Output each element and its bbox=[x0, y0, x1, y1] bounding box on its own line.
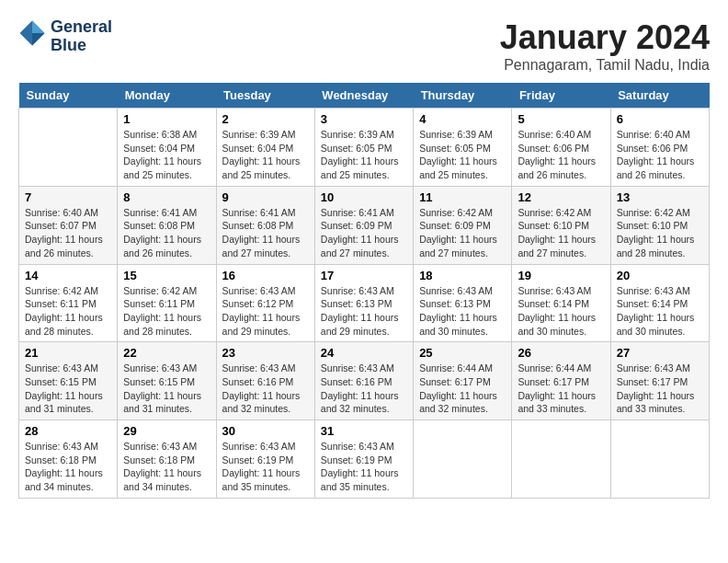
day-info: Sunrise: 6:43 AMSunset: 6:15 PMDaylight:… bbox=[25, 362, 111, 416]
calendar-cell: 17Sunrise: 6:43 AMSunset: 6:13 PMDayligh… bbox=[314, 264, 413, 342]
calendar-cell: 14Sunrise: 6:42 AMSunset: 6:11 PMDayligh… bbox=[19, 264, 118, 342]
day-number: 22 bbox=[123, 346, 210, 360]
day-number: 3 bbox=[321, 112, 407, 126]
logo-icon bbox=[18, 19, 46, 47]
day-number: 24 bbox=[321, 346, 407, 360]
day-info: Sunrise: 6:41 AMSunset: 6:08 PMDaylight:… bbox=[123, 206, 210, 260]
calendar-week-row: 1Sunrise: 6:38 AMSunset: 6:04 PMDaylight… bbox=[19, 109, 710, 187]
weekday-header-row: SundayMondayTuesdayWednesdayThursdayFrid… bbox=[19, 83, 710, 109]
day-number: 28 bbox=[25, 424, 111, 438]
calendar-cell: 21Sunrise: 6:43 AMSunset: 6:15 PMDayligh… bbox=[19, 342, 118, 420]
calendar-table: SundayMondayTuesdayWednesdayThursdayFrid… bbox=[18, 83, 710, 499]
day-info: Sunrise: 6:41 AMSunset: 6:08 PMDaylight:… bbox=[222, 206, 309, 260]
day-info: Sunrise: 6:39 AMSunset: 6:05 PMDaylight:… bbox=[321, 128, 407, 182]
day-number: 18 bbox=[419, 269, 506, 282]
day-number: 6 bbox=[617, 112, 703, 126]
calendar-cell: 24Sunrise: 6:43 AMSunset: 6:16 PMDayligh… bbox=[314, 342, 413, 420]
day-info: Sunrise: 6:40 AMSunset: 6:06 PMDaylight:… bbox=[617, 128, 703, 182]
day-number: 25 bbox=[419, 346, 506, 360]
weekday-header: Saturday bbox=[610, 83, 709, 109]
day-number: 20 bbox=[617, 269, 703, 282]
calendar-cell: 9Sunrise: 6:41 AMSunset: 6:08 PMDaylight… bbox=[216, 186, 314, 264]
day-info: Sunrise: 6:38 AMSunset: 6:04 PMDaylight:… bbox=[123, 128, 210, 182]
day-info: Sunrise: 6:42 AMSunset: 6:11 PMDaylight:… bbox=[25, 284, 111, 339]
svg-marker-1 bbox=[32, 20, 45, 33]
day-info: Sunrise: 6:44 AMSunset: 6:17 PMDaylight:… bbox=[518, 362, 604, 416]
weekday-header: Tuesday bbox=[216, 83, 314, 109]
day-number: 31 bbox=[321, 424, 407, 438]
day-info: Sunrise: 6:40 AMSunset: 6:06 PMDaylight:… bbox=[518, 128, 604, 182]
calendar-cell: 4Sunrise: 6:39 AMSunset: 6:05 PMDaylight… bbox=[414, 109, 512, 187]
day-info: Sunrise: 6:44 AMSunset: 6:17 PMDaylight:… bbox=[419, 362, 506, 416]
location-subtitle: Pennagaram, Tamil Nadu, India bbox=[500, 57, 710, 74]
calendar-cell: 20Sunrise: 6:43 AMSunset: 6:14 PMDayligh… bbox=[610, 264, 709, 342]
page-header: General Blue January 2024 Pennagaram, Ta… bbox=[18, 18, 710, 74]
logo-line2: Blue bbox=[51, 37, 112, 55]
day-info: Sunrise: 6:43 AMSunset: 6:18 PMDaylight:… bbox=[123, 440, 210, 494]
day-info: Sunrise: 6:43 AMSunset: 6:16 PMDaylight:… bbox=[222, 362, 309, 416]
day-number: 29 bbox=[123, 424, 210, 438]
calendar-cell: 30Sunrise: 6:43 AMSunset: 6:19 PMDayligh… bbox=[216, 420, 314, 499]
calendar-cell: 5Sunrise: 6:40 AMSunset: 6:06 PMDaylight… bbox=[512, 109, 610, 187]
day-number: 5 bbox=[518, 112, 604, 126]
calendar-cell: 28Sunrise: 6:43 AMSunset: 6:18 PMDayligh… bbox=[19, 420, 118, 499]
day-number: 13 bbox=[617, 190, 703, 204]
weekday-header: Monday bbox=[118, 83, 216, 109]
weekday-header: Thursday bbox=[414, 83, 512, 109]
day-number: 9 bbox=[222, 190, 309, 204]
day-info: Sunrise: 6:40 AMSunset: 6:07 PMDaylight:… bbox=[25, 206, 111, 260]
day-number: 1 bbox=[123, 112, 210, 126]
day-info: Sunrise: 6:43 AMSunset: 6:14 PMDaylight:… bbox=[518, 284, 604, 339]
calendar-cell: 7Sunrise: 6:40 AMSunset: 6:07 PMDaylight… bbox=[19, 186, 118, 264]
day-info: Sunrise: 6:43 AMSunset: 6:19 PMDaylight:… bbox=[321, 440, 407, 494]
calendar-cell: 18Sunrise: 6:43 AMSunset: 6:13 PMDayligh… bbox=[414, 264, 512, 342]
day-info: Sunrise: 6:39 AMSunset: 6:05 PMDaylight:… bbox=[419, 128, 506, 182]
day-number: 27 bbox=[617, 346, 703, 360]
logo: General Blue bbox=[18, 18, 112, 55]
calendar-cell: 25Sunrise: 6:44 AMSunset: 6:17 PMDayligh… bbox=[414, 342, 512, 420]
day-info: Sunrise: 6:43 AMSunset: 6:12 PMDaylight:… bbox=[222, 284, 309, 339]
calendar-cell: 2Sunrise: 6:39 AMSunset: 6:04 PMDaylight… bbox=[216, 109, 314, 187]
calendar-cell: 22Sunrise: 6:43 AMSunset: 6:15 PMDayligh… bbox=[118, 342, 216, 420]
day-number: 14 bbox=[25, 269, 111, 282]
day-number: 11 bbox=[419, 190, 506, 204]
title-section: January 2024 Pennagaram, Tamil Nadu, Ind… bbox=[500, 18, 710, 74]
calendar-cell: 1Sunrise: 6:38 AMSunset: 6:04 PMDaylight… bbox=[118, 109, 216, 187]
day-number: 17 bbox=[321, 269, 407, 282]
calendar-week-row: 14Sunrise: 6:42 AMSunset: 6:11 PMDayligh… bbox=[19, 264, 710, 342]
calendar-cell: 27Sunrise: 6:43 AMSunset: 6:17 PMDayligh… bbox=[610, 342, 709, 420]
calendar-cell: 13Sunrise: 6:42 AMSunset: 6:10 PMDayligh… bbox=[610, 186, 709, 264]
day-number: 30 bbox=[222, 424, 309, 438]
day-info: Sunrise: 6:43 AMSunset: 6:17 PMDaylight:… bbox=[617, 362, 703, 416]
day-info: Sunrise: 6:43 AMSunset: 6:13 PMDaylight:… bbox=[321, 284, 407, 339]
svg-marker-2 bbox=[32, 33, 45, 46]
calendar-cell: 10Sunrise: 6:41 AMSunset: 6:09 PMDayligh… bbox=[314, 186, 413, 264]
day-info: Sunrise: 6:43 AMSunset: 6:15 PMDaylight:… bbox=[123, 362, 210, 416]
calendar-week-row: 28Sunrise: 6:43 AMSunset: 6:18 PMDayligh… bbox=[19, 420, 710, 499]
day-info: Sunrise: 6:43 AMSunset: 6:16 PMDaylight:… bbox=[321, 362, 407, 416]
day-number: 8 bbox=[123, 190, 210, 204]
logo-text: General Blue bbox=[51, 18, 112, 55]
day-info: Sunrise: 6:43 AMSunset: 6:13 PMDaylight:… bbox=[419, 284, 506, 339]
month-title: January 2024 bbox=[500, 18, 710, 57]
calendar-cell: 12Sunrise: 6:42 AMSunset: 6:10 PMDayligh… bbox=[512, 186, 610, 264]
day-info: Sunrise: 6:43 AMSunset: 6:19 PMDaylight:… bbox=[222, 440, 309, 494]
calendar-cell: 3Sunrise: 6:39 AMSunset: 6:05 PMDaylight… bbox=[314, 109, 413, 187]
weekday-header: Sunday bbox=[19, 83, 118, 109]
calendar-cell bbox=[19, 109, 118, 187]
day-info: Sunrise: 6:41 AMSunset: 6:09 PMDaylight:… bbox=[321, 206, 407, 260]
day-number: 26 bbox=[518, 346, 604, 360]
calendar-cell: 16Sunrise: 6:43 AMSunset: 6:12 PMDayligh… bbox=[216, 264, 314, 342]
day-number: 7 bbox=[25, 190, 111, 204]
day-info: Sunrise: 6:42 AMSunset: 6:11 PMDaylight:… bbox=[123, 284, 210, 339]
day-number: 10 bbox=[321, 190, 407, 204]
day-info: Sunrise: 6:39 AMSunset: 6:04 PMDaylight:… bbox=[222, 128, 309, 182]
day-info: Sunrise: 6:42 AMSunset: 6:10 PMDaylight:… bbox=[617, 206, 703, 260]
day-number: 12 bbox=[518, 190, 604, 204]
day-info: Sunrise: 6:43 AMSunset: 6:14 PMDaylight:… bbox=[617, 284, 703, 339]
calendar-cell: 6Sunrise: 6:40 AMSunset: 6:06 PMDaylight… bbox=[610, 109, 709, 187]
calendar-cell: 26Sunrise: 6:44 AMSunset: 6:17 PMDayligh… bbox=[512, 342, 610, 420]
weekday-header: Friday bbox=[512, 83, 610, 109]
day-number: 4 bbox=[419, 112, 506, 126]
calendar-week-row: 7Sunrise: 6:40 AMSunset: 6:07 PMDaylight… bbox=[19, 186, 710, 264]
